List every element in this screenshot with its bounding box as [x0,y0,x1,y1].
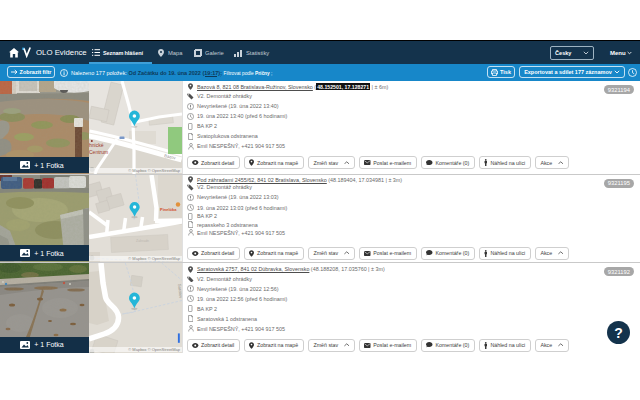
svg-text:Zahradn: Zahradn [136,238,149,242]
svg-text:Centrum: Centrum [89,149,108,155]
svg-text:hnické: hnické [89,142,104,148]
svg-text:Pinelóka: Pinelóka [160,206,177,211]
